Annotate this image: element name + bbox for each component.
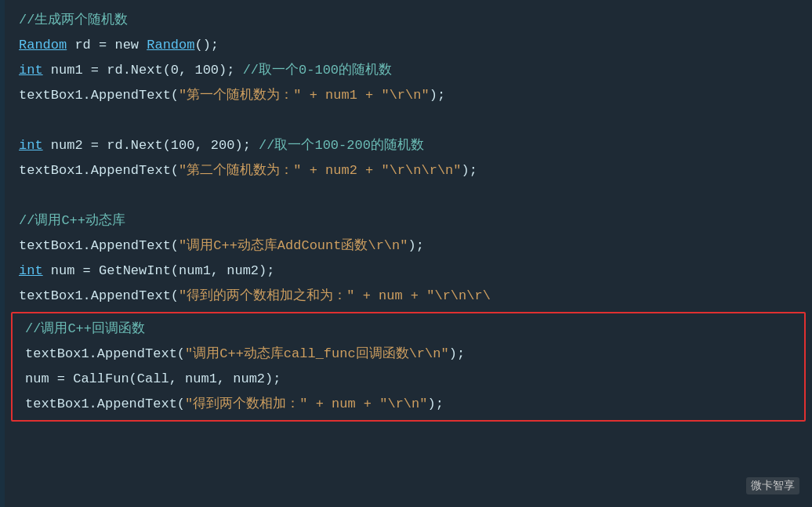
line-comment: //调用C++动态库	[19, 210, 125, 232]
hl-code-line-2: textBox1.AppendText("调用C++动态库call_func回调…	[19, 342, 798, 367]
code-text: textBox1.AppendText("第一个随机数为：" + num1 + …	[19, 85, 445, 107]
keyword-int: int	[19, 135, 43, 157]
code-text: Random rd = new Random();	[19, 34, 219, 56]
code-text: textBox1.AppendText("得到两个数相加：" + num + "…	[25, 393, 444, 415]
watermark: 微卡智享	[746, 477, 799, 494]
code-text: num = CallFun(Call, num1, num2);	[25, 368, 281, 390]
code-line-6: int num2 = rd.Next(100, 200); //取一个100-2…	[11, 133, 806, 158]
code-line-7: textBox1.AppendText("第二个随机数为：" + num2 + …	[11, 158, 806, 183]
code-editor: //生成两个随机数 Random rd = new Random(); int …	[0, 0, 812, 507]
code-line-11: int num = GetNewInt(num1, num2);	[11, 259, 806, 284]
code-line-9: //调用C++动态库	[11, 208, 806, 234]
code-line-5	[11, 108, 806, 133]
line-comment: //调用C++回调函数	[25, 318, 145, 340]
code-line-2: Random rd = new Random();	[11, 33, 806, 58]
keyword-int: int	[19, 260, 43, 282]
hl-code-line-4: textBox1.AppendText("得到两个数相加：" + num + "…	[19, 392, 798, 417]
line-comment: //取一个0-100的随机数	[243, 60, 392, 81]
code-block-normal: //生成两个随机数 Random rd = new Random(); int …	[0, 8, 812, 309]
line-comment: //生成两个随机数	[19, 9, 128, 31]
hl-code-line-3: num = CallFun(Call, num1, num2);	[19, 367, 798, 392]
highlighted-code-block: //调用C++回调函数 textBox1.AppendText("调用C++动态…	[11, 312, 806, 422]
line-comment: //取一个100-200的随机数	[259, 135, 424, 157]
code-line-3: int num1 = rd.Next(0, 100); //取一个0-100的随…	[11, 58, 806, 83]
code-text: num1 = rd.Next(0, 100);	[43, 60, 243, 81]
gutter	[0, 0, 5, 507]
code-line-10: textBox1.AppendText("调用C++动态库AddCount函数\…	[11, 234, 806, 259]
code-line-12: textBox1.AppendText("得到的两个数相加之和为：" + num…	[11, 284, 806, 309]
hl-code-line-1: //调用C++回调函数	[19, 317, 798, 342]
code-line-8	[11, 183, 806, 208]
code-text: num2 = rd.Next(100, 200);	[43, 135, 259, 157]
code-line-4: textBox1.AppendText("第一个随机数为：" + num1 + …	[11, 83, 806, 108]
code-text: textBox1.AppendText("第二个随机数为：" + num2 + …	[19, 160, 477, 182]
code-text: textBox1.AppendText("调用C++动态库call_func回调…	[25, 343, 465, 365]
code-text: textBox1.AppendText("调用C++动态库AddCount函数\…	[19, 235, 424, 257]
keyword-int: int	[19, 60, 43, 81]
code-text: num = GetNewInt(num1, num2);	[43, 260, 275, 282]
code-line-1: //生成两个随机数	[11, 8, 806, 33]
code-text: textBox1.AppendText("得到的两个数相加之和为：" + num…	[19, 285, 491, 307]
